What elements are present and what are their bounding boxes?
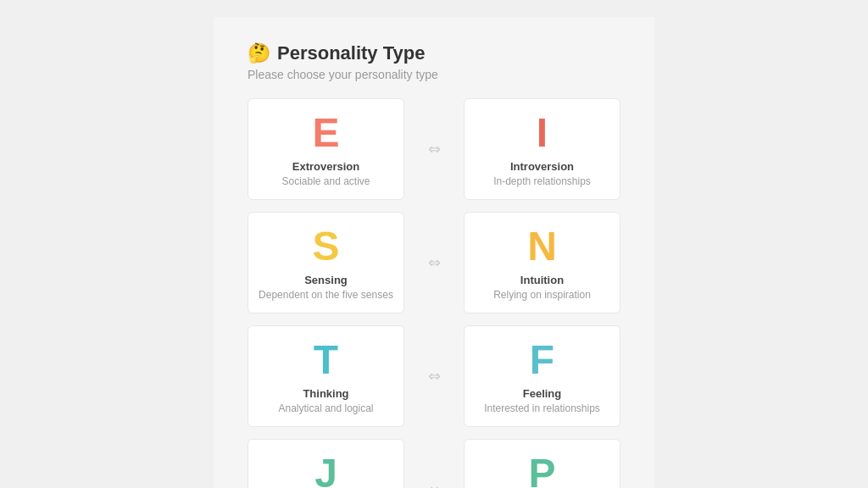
- card-thinking[interactable]: T Thinking Analytical and logical: [248, 325, 404, 427]
- personality-type-container: 🤔 Personality Type Please choose your pe…: [214, 17, 654, 488]
- card-desc-thinking: Analytical and logical: [278, 402, 373, 414]
- card-feeling[interactable]: F Feeling Interested in relationships: [464, 325, 620, 427]
- personality-row-2: T Thinking Analytical and logical ⇔ F Fe…: [248, 325, 620, 427]
- personality-row-0: E Extroversion Sociable and active ⇔ I I…: [248, 98, 620, 200]
- page-title: 🤔 Personality Type: [248, 42, 620, 64]
- personality-row-1: S Sensing Dependent on the five senses ⇔…: [248, 212, 620, 313]
- card-letter-p: P: [528, 453, 555, 488]
- card-letter-n: N: [527, 226, 557, 267]
- card-sensing[interactable]: S Sensing Dependent on the five senses: [248, 212, 404, 313]
- card-letter-i: I: [537, 113, 548, 153]
- card-introversion[interactable]: I Introversion In-depth relationships: [464, 98, 620, 200]
- title-text: Personality Type: [277, 42, 425, 64]
- card-name-thinking: Thinking: [303, 387, 348, 400]
- page-subtitle: Please choose your personality type: [248, 68, 620, 81]
- card-name-intuition: Intuition: [520, 274, 564, 286]
- card-letter-t: T: [314, 340, 338, 380]
- card-desc-sensing: Dependent on the five senses: [259, 289, 393, 301]
- personality-grid: E Extroversion Sociable and active ⇔ I I…: [248, 98, 620, 488]
- card-letter-s: S: [312, 226, 339, 267]
- card-name-introversion: Introversion: [510, 160, 574, 173]
- personality-row-3: J Judging Thoroughly planned ⇔ P Perceiv…: [248, 439, 620, 488]
- card-letter-e: E: [312, 113, 339, 153]
- title-emoji: 🤔: [248, 42, 270, 64]
- arrow-3: ⇔: [404, 480, 464, 488]
- card-judging[interactable]: J Judging Thoroughly planned: [248, 439, 404, 488]
- arrow-2: ⇔: [404, 367, 464, 385]
- arrow-0: ⇔: [404, 140, 464, 158]
- card-desc-intuition: Relying on inspiration: [493, 289, 591, 301]
- card-name-feeling: Feeling: [523, 387, 562, 400]
- card-name-extroversion: Extroversion: [292, 160, 359, 173]
- card-desc-extroversion: Sociable and active: [281, 175, 370, 187]
- card-letter-f: F: [530, 340, 554, 380]
- card-name-sensing: Sensing: [304, 274, 348, 286]
- card-perceiving[interactable]: P Perceiving Autonomous and flexible: [464, 439, 620, 488]
- card-intuition[interactable]: N Intuition Relying on inspiration: [464, 212, 620, 313]
- arrow-1: ⇔: [404, 253, 464, 272]
- card-desc-introversion: In-depth relationships: [493, 175, 591, 187]
- card-extroversion[interactable]: E Extroversion Sociable and active: [248, 98, 404, 200]
- card-letter-j: J: [314, 453, 337, 488]
- card-desc-feeling: Interested in relationships: [484, 402, 600, 414]
- header: 🤔 Personality Type Please choose your pe…: [248, 42, 620, 81]
